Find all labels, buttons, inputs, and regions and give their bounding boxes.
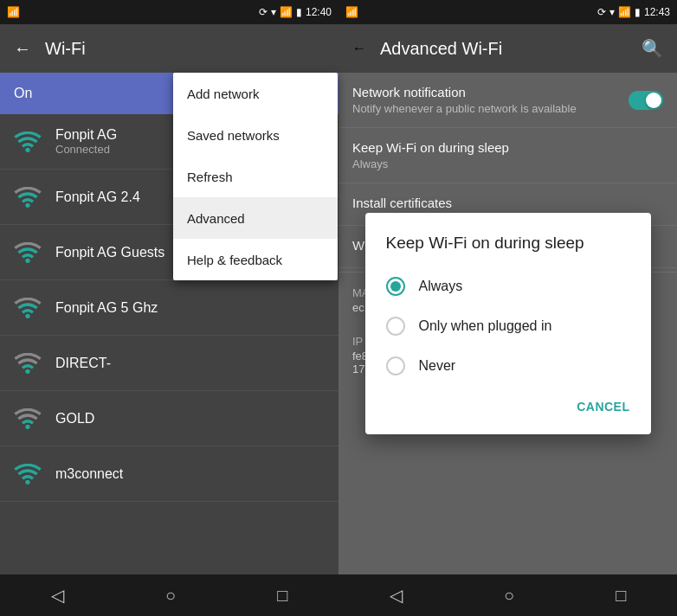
dropdown-refresh[interactable]: Refresh: [173, 156, 338, 197]
sim-icon-right: 📶: [345, 6, 358, 18]
network-info: Fonpit AG Guests: [55, 245, 164, 260]
network-item-fonpit-5ghz[interactable]: Fonpit AG 5 Ghz: [0, 280, 338, 336]
dropdown-help[interactable]: Help & feedback: [173, 239, 338, 280]
right-status-bar-left: 📶: [345, 6, 358, 18]
dropdown-menu: Add network Saved networks Refresh Advan…: [173, 73, 338, 280]
status-bar-left: 📶: [7, 6, 20, 18]
radio-always-circle: [386, 277, 405, 296]
rotate-icon: ⟳: [259, 6, 268, 18]
left-panel: 📶 ⟳ ▾ 📶 ▮ 12:40 ← Wi-Fi On: [0, 0, 338, 616]
right-recent-nav[interactable]: □: [595, 579, 647, 613]
search-icon[interactable]: 🔍: [642, 38, 663, 59]
left-home-nav[interactable]: ○: [145, 579, 197, 613]
svg-point-2: [25, 258, 29, 262]
network-name: Fonpit AG: [55, 127, 117, 143]
network-name: Fonpit AG Guests: [55, 245, 164, 260]
network-name: Fonpit AG 5 Ghz: [55, 300, 158, 316]
dropdown-advanced[interactable]: Advanced: [173, 197, 338, 239]
right-home-nav[interactable]: ○: [483, 579, 535, 613]
radio-never[interactable]: Never: [365, 346, 651, 386]
keep-wifi-dialog: Keep Wi-Fi on during sleep Always Only w…: [365, 213, 651, 434]
wifi-signal-icon: [14, 128, 42, 156]
wifi-signal-icon: [14, 294, 42, 322]
signal-icon-right: 📶: [618, 6, 631, 18]
network-info: DIRECT-: [55, 356, 111, 371]
right-status-bar-right: ⟳ ▾ 📶 ▮ 12:43: [597, 6, 670, 18]
left-back-nav[interactable]: ◁: [30, 578, 85, 613]
wifi-header: ← Wi-Fi: [0, 24, 338, 73]
right-bottom-nav: ◁ ○ □: [338, 574, 677, 616]
dialog-overlay: Keep Wi-Fi on during sleep Always Only w…: [338, 73, 677, 574]
network-name: Fonpit AG 2.4: [55, 189, 140, 205]
dialog-cancel-button[interactable]: CANCEL: [563, 393, 643, 420]
network-item-gold[interactable]: GOLD: [0, 391, 338, 446]
dialog-title: Keep Wi-Fi on during sleep: [365, 234, 651, 266]
radio-plugged-circle: [386, 317, 405, 336]
rotate-icon-right: ⟳: [597, 6, 606, 18]
adv-back-button[interactable]: ←: [352, 41, 366, 56]
network-info: Fonpit AG Connected: [55, 127, 117, 156]
right-panel: 📶 ⟳ ▾ 📶 ▮ 12:43 ← Advanced Wi-Fi 🔍 Netwo…: [338, 0, 677, 616]
right-status-bar: 📶 ⟳ ▾ 📶 ▮ 12:43: [338, 0, 677, 24]
radio-plugged-in[interactable]: Only when plugged in: [365, 306, 651, 346]
wifi-icon: ▾: [271, 6, 276, 18]
right-back-nav[interactable]: ◁: [369, 578, 423, 613]
network-name: m3connect: [55, 466, 123, 482]
wifi-signal-icon: [14, 239, 42, 266]
network-name: DIRECT-: [55, 356, 111, 371]
network-item-m3connect[interactable]: m3connect: [0, 446, 338, 502]
radio-plugged-label: Only when plugged in: [419, 318, 552, 334]
signal-icon: 📶: [280, 6, 293, 18]
network-item-direct[interactable]: DIRECT-: [0, 336, 338, 391]
wifi-signal-icon: [14, 183, 42, 211]
status-bar-right: ⟳ ▾ 📶 ▮ 12:40: [259, 6, 332, 18]
battery-icon: ▮: [296, 6, 302, 18]
network-info: GOLD: [55, 411, 94, 427]
wifi-on-label: On: [14, 86, 32, 101]
left-status-bar: 📶 ⟳ ▾ 📶 ▮ 12:40: [0, 0, 338, 24]
dropdown-saved-networks[interactable]: Saved networks: [173, 114, 338, 156]
radio-always-label: Always: [419, 279, 463, 294]
dropdown-add-network[interactable]: Add network: [173, 73, 338, 114]
wifi-signal-icon: [14, 460, 42, 488]
wifi-icon-right: ▾: [609, 6, 615, 18]
svg-point-5: [25, 424, 29, 428]
network-status: Connected: [55, 143, 117, 156]
advanced-header: ← Advanced Wi-Fi 🔍: [338, 24, 677, 73]
adv-header-left: ← Advanced Wi-Fi: [352, 39, 502, 59]
wifi-signal-icon: [14, 405, 42, 433]
svg-point-4: [25, 369, 29, 373]
network-name: GOLD: [55, 411, 94, 427]
dialog-actions: CANCEL: [365, 386, 651, 427]
wifi-signal-icon: [14, 350, 42, 377]
left-recent-nav[interactable]: □: [256, 579, 308, 613]
svg-point-1: [25, 202, 29, 207]
radio-never-circle: [386, 356, 405, 375]
sim-icon: 📶: [7, 6, 20, 18]
left-time: 12:40: [306, 6, 332, 18]
radio-never-label: Never: [419, 358, 456, 374]
battery-icon-right: ▮: [635, 6, 641, 18]
svg-point-0: [25, 147, 29, 151]
svg-point-6: [25, 479, 29, 484]
network-info: Fonpit AG 5 Ghz: [55, 300, 158, 316]
advanced-wifi-title: Advanced Wi-Fi: [380, 39, 502, 59]
network-info: m3connect: [55, 466, 123, 482]
radio-always[interactable]: Always: [365, 266, 651, 306]
left-bottom-nav: ◁ ○ □: [0, 574, 338, 616]
right-time: 12:43: [644, 6, 670, 18]
back-button[interactable]: ←: [14, 39, 31, 59]
network-info: Fonpit AG 2.4: [55, 189, 140, 205]
svg-point-3: [25, 313, 29, 318]
wifi-title: Wi-Fi: [45, 39, 86, 59]
